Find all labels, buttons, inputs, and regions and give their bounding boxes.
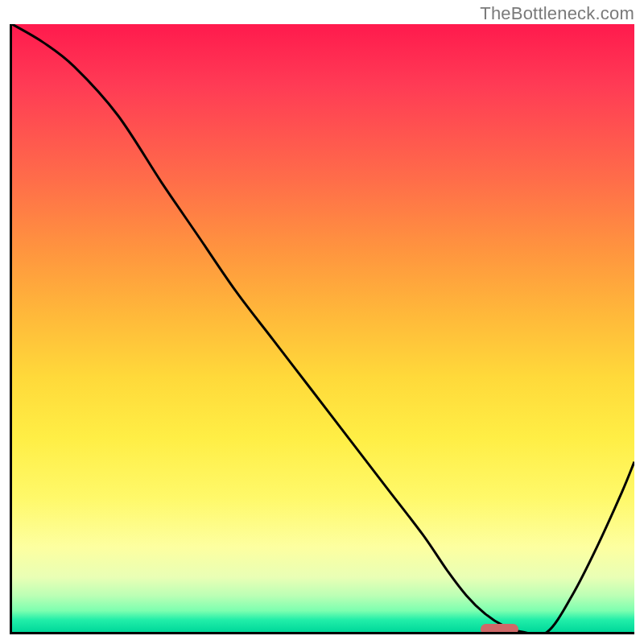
chart-container: TheBottleneck.com — [0, 0, 644, 644]
bottleneck-curve-svg — [12, 24, 634, 632]
curve-path — [12, 24, 634, 632]
watermark-label: TheBottleneck.com — [480, 3, 634, 24]
plot-area — [10, 24, 634, 634]
optimal-marker — [481, 624, 518, 634]
